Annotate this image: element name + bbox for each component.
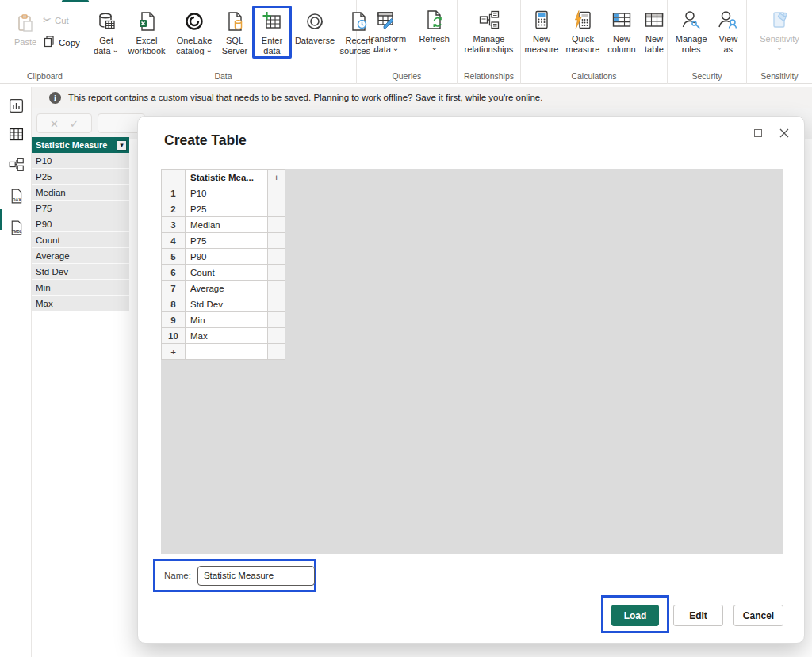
list-item[interactable]: Average xyxy=(32,248,129,264)
add-row-button[interactable]: + xyxy=(162,344,186,360)
report-view-icon xyxy=(8,97,25,114)
value-cell[interactable]: P90 xyxy=(186,249,268,265)
ribbon-group-calculations: New measure Quick measure New column xyxy=(521,0,668,84)
grid-corner-cell[interactable] xyxy=(162,170,186,185)
close-icon[interactable] xyxy=(774,123,795,143)
row-number-cell[interactable]: 5 xyxy=(162,249,186,265)
value-cell[interactable]: P75 xyxy=(186,233,268,249)
row-number-cell[interactable]: 9 xyxy=(162,312,186,328)
sidebar-item-tmdl-view[interactable]: TMDL xyxy=(0,216,32,239)
ribbon-group-clipboard: Paste ✂ Cut Copy Clipboard xyxy=(0,0,90,84)
row-number-cell[interactable]: 4 xyxy=(162,233,186,249)
enter-data-highlight: Enter data xyxy=(252,6,292,59)
row-number-cell[interactable]: 6 xyxy=(162,265,186,281)
list-item[interactable]: Median xyxy=(32,185,129,201)
row-number-cell[interactable]: 8 xyxy=(162,296,186,312)
new-measure-button[interactable]: New measure xyxy=(521,8,562,55)
empty-cell[interactable] xyxy=(268,233,285,249)
onelake-icon xyxy=(182,10,206,33)
value-cell[interactable]: Min xyxy=(186,312,268,328)
list-item[interactable]: Min xyxy=(32,280,129,296)
excel-workbook-button[interactable]: Excel workbook xyxy=(122,10,171,56)
manage-roles-button[interactable]: Manage roles xyxy=(672,8,710,55)
view-as-button[interactable]: View as xyxy=(714,8,741,55)
sensitivity-button[interactable]: Sensitivity xyxy=(756,8,802,50)
table-name-input[interactable] xyxy=(197,566,315,586)
data-entry-grid: Statistic Mea... + 1 P10 2 xyxy=(161,169,285,360)
sidebar-item-dax-query-view[interactable]: DAX xyxy=(0,184,32,208)
empty-cell[interactable] xyxy=(268,281,285,296)
chevron-down-icon xyxy=(205,46,213,55)
cancel-edit-icon[interactable] xyxy=(50,117,59,131)
value-cell[interactable]: P10 xyxy=(186,185,268,201)
row-number-cell[interactable]: 3 xyxy=(162,217,186,233)
excel-icon xyxy=(135,10,159,33)
quick-measure-button[interactable]: Quick measure xyxy=(562,8,603,55)
copy-icon xyxy=(43,35,56,48)
table-editor-area: Statistic Mea... + 1 P10 2 xyxy=(161,169,783,554)
fields-list-header[interactable]: Statistic Measure xyxy=(32,137,129,153)
new-table-button[interactable]: New table xyxy=(640,8,668,55)
row-number-cell[interactable]: 7 xyxy=(162,281,186,296)
list-item[interactable]: Max xyxy=(32,296,129,311)
empty-cell[interactable] xyxy=(268,265,285,281)
sidebar-item-report-view[interactable] xyxy=(0,94,32,117)
list-item[interactable]: P90 xyxy=(32,216,129,232)
dialog-title: Create Table xyxy=(164,132,247,149)
maximize-icon[interactable] xyxy=(748,124,768,142)
row-number-cell[interactable]: 10 xyxy=(162,328,186,344)
empty-cell[interactable] xyxy=(268,249,285,265)
sidebar-item-model-view[interactable] xyxy=(0,152,32,176)
refresh-button[interactable]: Refresh xyxy=(416,8,453,50)
dax-query-view-icon: DAX xyxy=(8,188,25,204)
value-cell[interactable]: Median xyxy=(186,217,268,233)
value-cell[interactable]: Std Dev xyxy=(186,296,268,312)
empty-cell[interactable] xyxy=(186,344,268,360)
model-view-icon xyxy=(8,156,25,173)
sidebar-item-table-view[interactable] xyxy=(0,122,32,146)
empty-cell[interactable] xyxy=(268,344,285,360)
list-item[interactable]: Std Dev xyxy=(32,264,129,280)
info-icon: i xyxy=(49,92,61,104)
ribbon-group-queries: Transform data Refresh Queries xyxy=(357,0,458,84)
add-column-button[interactable]: + xyxy=(268,170,285,185)
empty-cell[interactable] xyxy=(268,217,285,233)
sql-server-button[interactable]: SQL Server xyxy=(217,10,252,56)
empty-cell[interactable] xyxy=(268,328,285,344)
sensitivity-icon xyxy=(768,8,791,32)
list-item[interactable]: Count xyxy=(32,232,129,248)
transform-data-button[interactable]: Transform data xyxy=(361,8,412,55)
list-item[interactable]: P10 xyxy=(32,153,129,169)
create-table-dialog: Create Table Statistic Mea... + xyxy=(137,116,805,644)
manage-relationships-button[interactable]: Manage relationships xyxy=(458,8,520,55)
value-cell[interactable]: Max xyxy=(186,328,268,344)
grid-column-header[interactable]: Statistic Mea... xyxy=(186,170,268,185)
empty-cell[interactable] xyxy=(268,312,285,328)
row-number-cell[interactable]: 2 xyxy=(162,201,186,217)
commit-edit-icon[interactable] xyxy=(70,117,79,131)
list-item[interactable]: P75 xyxy=(32,201,129,216)
empty-cell[interactable] xyxy=(268,296,285,312)
value-cell[interactable]: Count xyxy=(186,265,268,281)
value-cell[interactable]: Average xyxy=(186,281,268,296)
manage-relationships-icon xyxy=(477,8,501,32)
enter-data-button[interactable]: Enter data xyxy=(258,10,286,56)
row-number-cell[interactable]: 1 xyxy=(162,185,186,201)
cut-button[interactable]: ✂ Cut xyxy=(43,14,69,26)
paste-button[interactable]: Paste xyxy=(10,11,41,48)
empty-cell[interactable] xyxy=(268,185,285,201)
table-row: 4 P75 xyxy=(162,233,285,249)
dropdown-arrow-icon[interactable] xyxy=(117,140,127,151)
onelake-catalog-button[interactable]: OneLake catalog xyxy=(171,10,217,56)
copy-button[interactable]: Copy xyxy=(43,35,80,50)
value-cell[interactable]: P25 xyxy=(186,201,268,217)
edit-button[interactable]: Edit xyxy=(673,605,723,626)
get-data-button[interactable]: Get data xyxy=(90,10,122,56)
table-view-icon xyxy=(8,126,25,143)
list-item[interactable]: P25 xyxy=(32,169,129,185)
empty-cell[interactable] xyxy=(268,201,285,217)
cancel-button[interactable]: Cancel xyxy=(733,605,783,626)
load-button[interactable]: Load xyxy=(611,605,659,626)
new-column-button[interactable]: New column xyxy=(603,8,640,55)
dataverse-button[interactable]: Dataverse xyxy=(292,10,338,46)
